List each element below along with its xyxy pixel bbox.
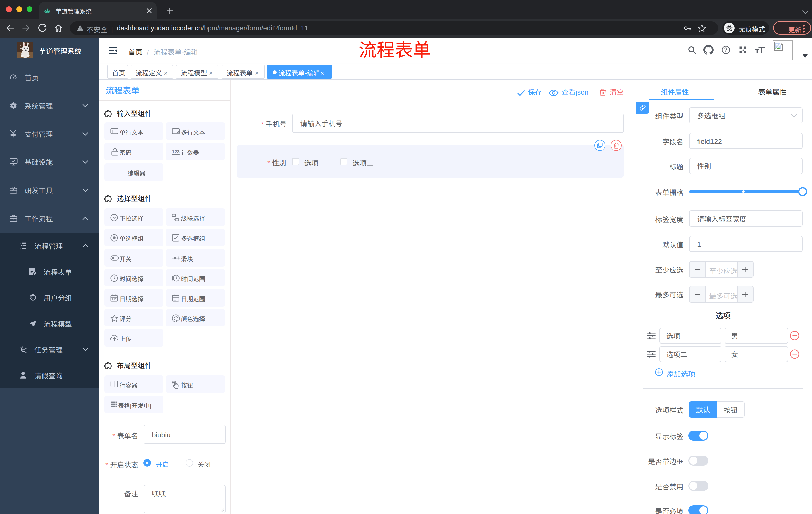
svg-text:123: 123 xyxy=(172,150,180,155)
